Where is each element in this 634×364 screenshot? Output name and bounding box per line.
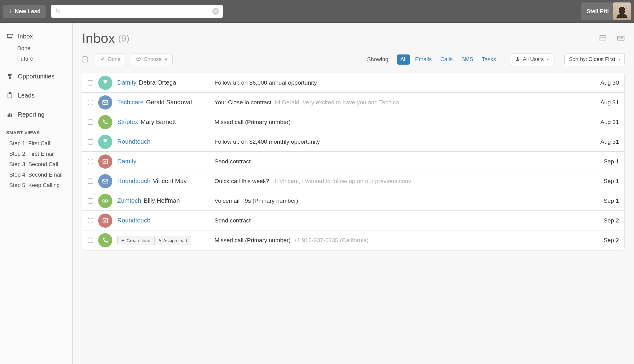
filter-emails[interactable]: Emails — [411, 54, 435, 65]
lead-link[interactable]: Techicare — [117, 99, 144, 106]
users-filter-label: All Users — [523, 56, 544, 62]
topbar: New Lead Steli Efti — [0, 0, 634, 23]
inbox-row[interactable]: RoundtouchFollow up on $2,400 monthly op… — [82, 132, 624, 152]
assign-lead-button[interactable]: Assign lead — [154, 236, 191, 245]
create-lead-button[interactable]: Create lead — [118, 236, 154, 245]
sidebar-item-opportunities[interactable]: Opportunities — [0, 70, 72, 83]
lead-link[interactable]: Striptex — [117, 118, 138, 126]
row-checkbox[interactable] — [88, 238, 93, 243]
svg-rect-10 — [103, 100, 108, 104]
opportunity-icon — [98, 135, 112, 149]
lead-link[interactable]: Damity — [117, 79, 136, 86]
contact-name: Billy Hoffman — [144, 197, 180, 204]
select-all-checkbox[interactable] — [82, 56, 88, 62]
lead-link[interactable]: Damity — [117, 158, 136, 165]
snooze-label: Snooze — [144, 56, 162, 62]
sidebar-smart-view[interactable]: Step 5: Keep Calling — [0, 180, 72, 190]
row-subject: Your Close.io contract — [215, 99, 271, 106]
row-date: Sep 2 — [594, 237, 619, 244]
sort-button[interactable]: Sort by: Oldest First ▾ — [564, 54, 625, 65]
sidebar-item-label: Done — [17, 45, 30, 52]
inbox-row[interactable]: RoundtouchVincent MayQuick call this wee… — [82, 171, 624, 191]
row-checkbox[interactable] — [88, 218, 93, 223]
sidebar-item-label: Inbox — [18, 33, 33, 40]
bar-chart-icon — [6, 111, 14, 118]
inbox-row[interactable]: TechicareGerald SandovalYour Close.io co… — [82, 93, 624, 112]
subject-block: Send contract — [215, 217, 589, 224]
row-preview: +1 916-237-0235 (California) — [294, 237, 368, 244]
lead-block: TechicareGerald Sandoval — [117, 99, 210, 106]
sidebar-item-reporting[interactable]: Reporting — [0, 108, 72, 121]
lead-link[interactable]: Roundtouch — [117, 178, 150, 185]
row-preview: Hi Vincent, I wanted to follow up on our… — [272, 178, 417, 185]
contact-name: Mary Barnett — [141, 118, 176, 126]
row-date: Sep 1 — [594, 158, 619, 165]
inbox-row[interactable]: RoundtouchSend contractSep 2 — [82, 211, 624, 230]
sidebar-item-inbox[interactable]: Inbox — [0, 30, 72, 43]
row-checkbox[interactable] — [88, 80, 93, 86]
sidebar-item-done[interactable]: Done — [0, 43, 72, 54]
lead-link[interactable]: Roundtouch — [117, 217, 150, 224]
showing-label: Showing: — [367, 56, 390, 63]
row-checkbox[interactable] — [88, 119, 93, 125]
sidebar-smart-view[interactable]: Step 2: First Email — [0, 149, 72, 159]
sidebar-item-leads[interactable]: Leads — [0, 89, 72, 102]
lead-link[interactable]: Zumtech — [117, 197, 141, 204]
sidebar-item-label: Future — [17, 56, 33, 62]
snooze-button[interactable]: Snooze ▾ — [131, 54, 173, 65]
email-icon — [98, 95, 112, 110]
svg-rect-6 — [600, 35, 606, 41]
subject-block: Voicemail - 9s (Primary number) — [215, 198, 589, 204]
inbox-row[interactable]: Create leadAssign leadMissed call (Prima… — [82, 230, 624, 250]
sidebar-smart-view[interactable]: Step 3: Second Call — [0, 159, 72, 170]
row-checkbox[interactable] — [88, 139, 93, 145]
inbox-row[interactable]: StriptexMary BarnettMissed call (Primary… — [82, 112, 624, 132]
clear-search-icon[interactable] — [212, 8, 219, 15]
row-checkbox[interactable] — [88, 100, 93, 105]
lead-action-group: Create leadAssign lead — [117, 236, 191, 245]
inbox-row[interactable]: DamitySend contractSep 1 — [82, 152, 624, 171]
chevron-down-icon: ▾ — [165, 56, 167, 63]
sidebar-item-future[interactable]: Future — [0, 54, 72, 64]
sidebar-smart-view[interactable]: Step 4: Second Email — [0, 170, 72, 180]
row-checkbox[interactable] — [88, 159, 93, 164]
create-lead-label: Create lead — [126, 238, 150, 243]
row-subject: Send contract — [215, 158, 251, 165]
clock-icon — [136, 56, 141, 63]
done-button[interactable]: Done — [95, 54, 126, 65]
lead-block: StriptexMary Barnett — [117, 118, 210, 126]
users-filter-button[interactable]: All Users ▾ — [511, 54, 553, 65]
row-checkbox[interactable] — [88, 198, 93, 204]
inbox-row[interactable]: ZumtechBilly HoffmanVoicemail - 9s (Prim… — [82, 191, 624, 211]
filter-all[interactable]: All — [397, 54, 410, 65]
calendar-icon[interactable] — [599, 34, 607, 43]
search-icon — [55, 8, 61, 15]
filter-sms[interactable]: SMS — [458, 54, 477, 65]
svg-rect-7 — [617, 36, 624, 40]
inbox-row[interactable]: DamityDebra OrtegaFollow up on $6,000 an… — [82, 73, 624, 93]
row-subject: Follow up on $2,400 monthly opportunity — [215, 138, 320, 145]
search-input[interactable] — [51, 5, 223, 18]
lead-block: ZumtechBilly Hoffman — [117, 197, 210, 204]
lead-link[interactable]: Roundtouch — [117, 138, 150, 145]
row-subject: Send contract — [215, 217, 251, 224]
link-icon — [158, 238, 162, 243]
user-menu-button[interactable]: Steli Efti — [581, 2, 631, 20]
chevron-down-icon: ▾ — [547, 57, 549, 62]
filter-calls[interactable]: Calls — [437, 54, 456, 65]
keyboard-icon[interactable] — [617, 34, 625, 43]
subject-block: Your Close.io contractHi Gerald, Very ex… — [215, 99, 589, 106]
clipboard-icon — [6, 92, 14, 99]
sidebar-item-label: Step 5: Keep Calling — [9, 182, 60, 189]
filter-tasks[interactable]: Tasks — [478, 54, 500, 65]
subject-block: Quick call this week?Hi Vincent, I wante… — [215, 178, 589, 185]
new-lead-button[interactable]: New Lead — [3, 5, 46, 18]
main: Inbox (9) Done Snooze ▾ Showing: All Ema… — [73, 23, 634, 364]
page-count: (9) — [118, 33, 130, 44]
page-title: Inbox — [82, 31, 115, 46]
svg-point-0 — [56, 9, 59, 12]
row-checkbox[interactable] — [88, 178, 93, 184]
sidebar-smart-view[interactable]: Step 1: First Call — [0, 138, 72, 149]
subject-block: Send contract — [215, 158, 589, 165]
task-icon — [98, 214, 112, 228]
